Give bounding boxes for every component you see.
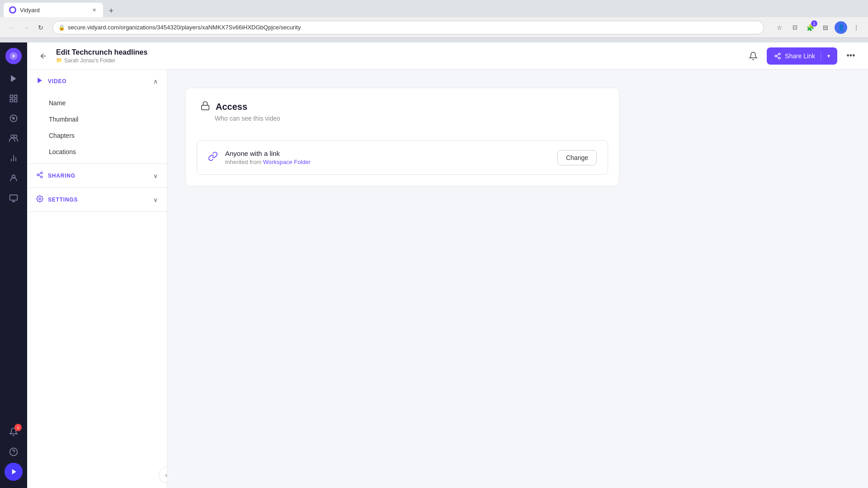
nav-reports-icon[interactable] [5, 149, 23, 167]
back-btn[interactable] [36, 49, 51, 63]
active-tab[interactable]: Vidyard ✕ [4, 3, 103, 17]
svg-point-24 [778, 57, 780, 59]
svg-rect-4 [14, 95, 17, 98]
back-nav-btn[interactable]: ← [5, 21, 18, 34]
vidyard-logo-icon [9, 52, 18, 61]
workspace-folder-link[interactable]: Workspace Folder [263, 159, 311, 165]
reload-btn[interactable]: ↻ [34, 21, 47, 34]
bar-chart-icon [9, 154, 18, 163]
access-lock-icon [200, 101, 210, 113]
bookmark-star-btn[interactable]: ☆ [773, 21, 786, 34]
collapse-panel-btn[interactable]: « [159, 467, 167, 483]
lock-icon: 🔒 [58, 24, 65, 31]
access-row: Anyone with a link Inherited from Worksp… [197, 140, 608, 175]
close-tab-btn[interactable]: ✕ [90, 6, 98, 14]
app-sidebar: 1 [0, 42, 27, 488]
chain-link-icon [208, 151, 218, 161]
inherited-text: Inherited from [225, 159, 261, 165]
notification-badge: 1 [14, 424, 22, 431]
sharing-section-icon [36, 171, 43, 180]
video-section-header[interactable]: VIDEO ∧ [27, 70, 167, 93]
tab-title: Vidyard [20, 7, 87, 14]
sharing-section-header[interactable]: SHARING ∨ [27, 164, 167, 188]
video-section-items: Name Thumbnail Chapters Locations [27, 93, 167, 164]
forward-nav-btn[interactable]: → [20, 21, 33, 34]
extensions-btn[interactable]: 🧩 1 [804, 21, 816, 34]
new-tab-btn[interactable]: + [105, 5, 118, 17]
settings-chevron-icon: ∨ [153, 196, 158, 203]
settings-item-locations[interactable]: Locations [27, 144, 167, 160]
svg-point-29 [37, 174, 39, 176]
analytics-icon [9, 114, 18, 123]
nav-users-icon[interactable] [5, 169, 23, 187]
nav-screen-record-icon[interactable] [5, 189, 23, 207]
share-dropdown-arrow: ▾ [827, 53, 830, 59]
svg-marker-27 [38, 78, 42, 83]
svg-line-32 [39, 173, 41, 174]
content-area: VIDEO ∧ Name Thumbnail Chapters Location… [27, 70, 868, 488]
back-arrow-icon [39, 52, 47, 60]
settings-item-name[interactable]: Name [27, 95, 167, 111]
page-info: Edit Techcrunch headlines 📁 Sarah Jonas'… [56, 48, 147, 64]
nav-video-icon[interactable] [5, 70, 23, 88]
video-section-title: VIDEO [48, 78, 66, 84]
main-area: Edit Techcrunch headlines 📁 Sarah Jonas'… [27, 42, 868, 488]
tab-bar: Vidyard ✕ + [0, 0, 868, 17]
page-title: Edit Techcrunch headlines [56, 48, 147, 56]
share-link-btn[interactable]: Share Link ▾ [767, 47, 837, 65]
nav-analytics-icon[interactable] [5, 109, 23, 127]
more-options-btn[interactable]: ••• [843, 48, 859, 64]
nav-logo-bottom[interactable] [5, 463, 23, 481]
nav-help-btn[interactable] [5, 443, 23, 461]
link-icon [208, 151, 218, 164]
svg-point-28 [41, 172, 42, 174]
settings-item-chapters[interactable]: Chapters [27, 127, 167, 144]
url-text: secure.vidyard.com/organizations/3454320… [68, 24, 758, 31]
browser-chrome: Vidyard ✕ + ← → ↻ 🔒 secure.vidyard.com/o… [0, 0, 868, 42]
svg-point-22 [778, 53, 780, 55]
menu-btn[interactable]: ⋮ [850, 21, 863, 34]
lock-icon [200, 101, 210, 111]
access-header: Access [186, 88, 619, 113]
settings-section-title: SETTINGS [48, 197, 78, 203]
change-access-btn[interactable]: Change [557, 150, 597, 165]
nav-library-icon[interactable] [5, 89, 23, 108]
screen-icon [9, 193, 18, 202]
access-title: Access [216, 102, 247, 112]
svg-point-23 [775, 55, 777, 57]
play-section-icon [36, 77, 43, 84]
svg-point-33 [39, 198, 41, 200]
browser-controls: ← → ↻ 🔒 secure.vidyard.com/organizations… [0, 17, 868, 38]
nav-notification-btn[interactable]: 1 [5, 423, 23, 441]
share-link-label: Share Link [785, 52, 815, 60]
video-chevron-icon: ∧ [153, 78, 158, 85]
bell-btn[interactable] [745, 48, 761, 64]
app-logo[interactable] [5, 48, 22, 64]
settings-section-header[interactable]: SETTINGS ∨ [27, 188, 167, 211]
browser-actions: ☆ ⊡ 🧩 1 ⊟ 👤 ⋮ [773, 21, 863, 34]
top-bar-actions: Share Link ▾ ••• [745, 47, 859, 65]
sidebar-toggle-btn[interactable]: ⊟ [819, 21, 832, 34]
share-icon [774, 52, 781, 60]
cast-btn[interactable]: ⊡ [788, 21, 801, 34]
svg-marker-20 [12, 469, 16, 474]
folder-icon: 📁 [56, 57, 62, 63]
address-bar[interactable]: 🔒 secure.vidyard.com/organizations/34543… [52, 21, 764, 34]
svg-line-26 [777, 54, 779, 56]
access-subtitle: Who can see this video [186, 113, 619, 133]
access-inherited: Inherited from Workspace Folder [225, 159, 550, 165]
svg-rect-34 [202, 105, 209, 110]
share-section-icon [36, 171, 43, 178]
help-icon [9, 447, 18, 456]
settings-panel: VIDEO ∧ Name Thumbnail Chapters Location… [27, 70, 167, 488]
access-card: Access Who can see this video Anyone wit… [185, 88, 619, 186]
profile-btn[interactable]: 👤 [835, 21, 847, 34]
page-subtitle: 📁 Sarah Jonas's Folder [56, 57, 147, 64]
svg-marker-2 [11, 75, 16, 82]
svg-rect-6 [14, 99, 17, 102]
nav-team-icon[interactable] [5, 129, 23, 147]
svg-rect-5 [10, 99, 13, 102]
settings-item-thumbnail[interactable]: Thumbnail [27, 111, 167, 127]
access-info: Anyone with a link Inherited from Worksp… [225, 150, 550, 165]
sharing-section: SHARING ∨ [27, 164, 167, 188]
